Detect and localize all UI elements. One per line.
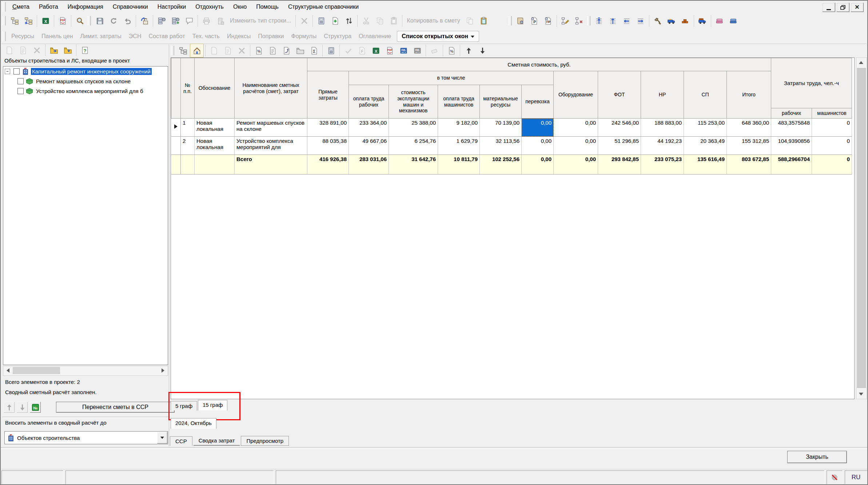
pdf-icon[interactable]: PDF [383, 44, 397, 57]
scrollbar-thumb[interactable] [13, 367, 60, 374]
menu-item[interactable]: Помощь [251, 2, 283, 12]
insert-level-dropdown[interactable]: Объектов строительства [4, 431, 168, 444]
menu-item[interactable]: Смета [8, 2, 34, 12]
tree-item-label[interactable]: Ремонт маршевых спусков на склоне [35, 78, 132, 85]
page-percent-icon[interactable]: % [445, 44, 458, 57]
panel-tab[interactable]: Структура [320, 31, 355, 42]
sort-icon[interactable] [342, 14, 356, 28]
tree-item[interactable]: Устройство комплекса мероприятий для б [3, 86, 168, 96]
cell-value[interactable]: 242 546,00 [598, 119, 641, 137]
toolbar-grip[interactable] [3, 32, 6, 41]
panel-tab[interactable]: Индексы [223, 31, 254, 42]
cut-icon[interactable] [359, 14, 373, 28]
books-blue-icon[interactable] [726, 14, 740, 28]
toolbar-grip[interactable] [3, 2, 6, 12]
row-marker[interactable] [171, 119, 181, 137]
cell-value[interactable]: 25 388,00 [389, 119, 438, 137]
page-sigma-icon[interactable]: Σ [307, 44, 321, 57]
folder-icon[interactable] [293, 44, 307, 57]
books-pink-icon[interactable] [713, 14, 726, 28]
bricks-icon[interactable] [678, 14, 692, 28]
tree-remove-icon[interactable] [572, 14, 586, 28]
scrollbar-thumb[interactable] [857, 68, 866, 388]
panel-tab[interactable]: Формулы [288, 31, 320, 42]
cell-value[interactable]: 233 364,00 [349, 119, 389, 137]
row-settings-add-icon[interactable] [168, 14, 182, 28]
copy-icon[interactable] [373, 14, 387, 28]
xml-icon[interactable]: XMLМГЭ [397, 44, 410, 57]
cell-value[interactable]: 0,00 [522, 137, 554, 155]
tab-сводка-затрат[interactable]: Сводка затрат [194, 435, 240, 446]
check-icon[interactable] [341, 44, 355, 57]
cell-value[interactable]: 70 139,00 [480, 119, 522, 137]
tab-сср[interactable]: ССР [170, 436, 192, 446]
close-x-icon[interactable] [30, 43, 44, 57]
tab-period[interactable]: 2024, Октябрь [171, 418, 216, 429]
unlock-icon[interactable] [138, 14, 151, 28]
pdf-icon[interactable]: PDF [56, 14, 69, 28]
panel-tab[interactable]: Поправки [254, 31, 287, 42]
page-edit-icon[interactable] [16, 43, 30, 57]
tree-checkbox[interactable] [13, 68, 20, 75]
cell-justification[interactable]: Новая локальная [195, 137, 235, 155]
tab-предпросмотр[interactable]: Предпросмотр [241, 436, 289, 446]
refresh-icon[interactable] [107, 14, 120, 28]
renumber-button[interactable]: № [30, 402, 41, 413]
cell-value[interactable]: 44 192,23 [641, 137, 684, 155]
close-button[interactable]: Закрыть [787, 451, 847, 463]
panel-tab[interactable]: ЭСН [125, 31, 145, 42]
cell-value[interactable]: 6 254,76 [389, 137, 438, 155]
truck-icon[interactable] [665, 14, 678, 28]
menu-item[interactable]: Информация [63, 2, 108, 12]
menu-item[interactable]: Отдохнуть [191, 2, 228, 12]
page-turn-icon[interactable] [279, 44, 293, 57]
dropdown-button[interactable] [157, 432, 167, 444]
scroll-up-icon[interactable] [857, 59, 865, 67]
move-top-icon[interactable] [592, 14, 606, 28]
building-info-icon[interactable] [213, 14, 227, 28]
cell-value[interactable]: 0 [812, 119, 852, 137]
book-settings-icon[interactable] [514, 14, 527, 28]
minimize-button[interactable] [822, 3, 835, 12]
cell-value[interactable]: 104,9390856 [771, 137, 812, 155]
menu-item[interactable]: Работа [34, 2, 63, 12]
menu-item[interactable]: Справочники [108, 2, 153, 12]
cell-value[interactable]: 0,00 [554, 119, 598, 137]
paste-special-icon[interactable] [477, 14, 491, 28]
cell-value[interactable]: 188 883,00 [641, 119, 684, 137]
move-item-down-button[interactable] [17, 402, 28, 413]
tree-edit-icon[interactable] [558, 14, 572, 28]
comment-icon[interactable] [182, 14, 196, 28]
excel-icon[interactable]: X [369, 44, 383, 57]
help-icon[interactable]: ? [78, 43, 92, 57]
cell-value[interactable]: 648 360,00 [727, 119, 771, 137]
transfer-estimates-button[interactable]: Перенести сметы в ССР [56, 402, 175, 413]
cell-value[interactable]: 1 629,79 [438, 137, 480, 155]
page-new-icon[interactable] [207, 44, 221, 57]
page-percent-icon[interactable]: % [252, 44, 266, 57]
hammer-icon[interactable] [651, 14, 665, 28]
tree-checkbox[interactable] [17, 78, 24, 84]
open-windows-button[interactable]: Список открытых окон [397, 31, 479, 42]
tree-checkbox[interactable] [17, 88, 24, 94]
print-icon[interactable] [199, 14, 213, 28]
close-window-button[interactable]: ✕ [851, 3, 864, 12]
table-vertical-scrollbar[interactable] [856, 57, 867, 399]
no-info-icon[interactable]: i [831, 474, 838, 481]
excel-icon[interactable]: X [39, 14, 52, 28]
cell-name[interactable]: Устройство комплекса мероприятий для [235, 137, 307, 155]
close-x-icon[interactable] [235, 44, 248, 57]
cell-justification[interactable]: Новая локальная [195, 119, 235, 137]
scroll-down-icon[interactable] [857, 390, 865, 398]
scroll-left-icon[interactable] [4, 367, 12, 374]
toolbar-grip[interactable] [509, 16, 512, 25]
row-marker[interactable] [171, 137, 181, 155]
tab-5-граф[interactable]: 5 граф [171, 401, 197, 410]
move-in-icon[interactable] [634, 14, 648, 28]
xml-gray-icon[interactable]: XMLМГЭ [410, 44, 424, 57]
calculator-icon[interactable] [324, 44, 338, 57]
change-row-type-button[interactable]: Изменить тип строки... [227, 17, 294, 24]
page-lines-icon[interactable] [266, 44, 279, 57]
cell-value[interactable]: 32 113,56 [480, 137, 522, 155]
structure-tree-icon[interactable] [176, 44, 190, 57]
